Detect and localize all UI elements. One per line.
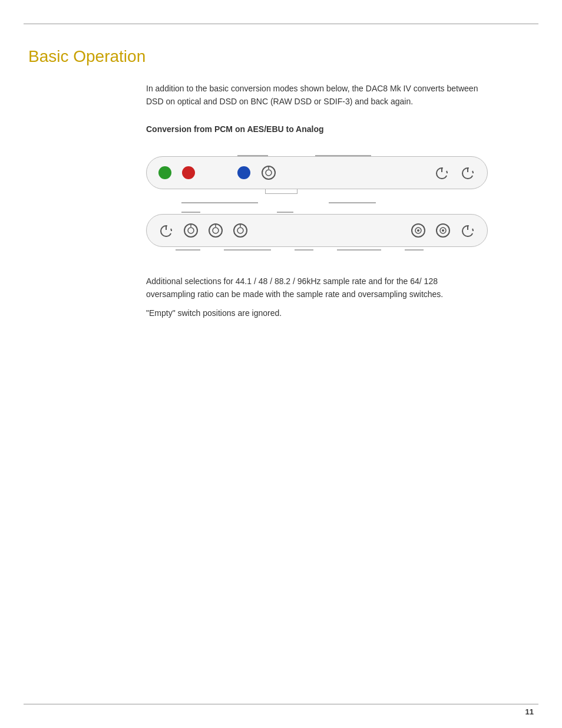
svg-point-16 bbox=[237, 228, 243, 233]
svg-point-10 bbox=[188, 228, 194, 233]
green-led bbox=[158, 166, 171, 179]
power-knob-2 bbox=[460, 165, 475, 180]
bc-5 bbox=[405, 249, 424, 251]
svg-point-20 bbox=[417, 229, 419, 232]
bc-4 bbox=[337, 249, 381, 251]
svg-point-23 bbox=[442, 229, 444, 232]
device-row-top bbox=[146, 156, 488, 189]
bc-1 bbox=[176, 249, 200, 251]
device-row-bottom bbox=[146, 214, 488, 247]
bracket-connector bbox=[265, 189, 297, 194]
section-heading: Conversion from PCM on AES/EBU to Analog bbox=[146, 124, 534, 134]
power-knob-end bbox=[460, 223, 475, 238]
additional-text-1: Additional selections for 44.1 / 48 / 88… bbox=[146, 275, 488, 319]
bc-3 bbox=[295, 249, 313, 251]
bottom-rule bbox=[24, 704, 538, 704]
intro-text: In addition to the basic conversion mode… bbox=[146, 83, 488, 108]
circle-knob-1 bbox=[411, 223, 426, 238]
page-title: Basic Operation bbox=[28, 47, 534, 66]
blue-led bbox=[237, 166, 250, 179]
power-knob-1 bbox=[434, 165, 449, 180]
red-led bbox=[182, 166, 195, 179]
top-rule bbox=[24, 24, 538, 24]
antenna-knob-1 bbox=[183, 223, 199, 238]
svg-point-13 bbox=[213, 228, 219, 233]
diagram-area bbox=[146, 146, 488, 258]
mid-connector-right bbox=[329, 202, 376, 203]
antenna-knob-2 bbox=[208, 223, 223, 238]
vline-1 bbox=[181, 212, 200, 213]
svg-point-1 bbox=[266, 170, 272, 176]
bc-2 bbox=[224, 249, 271, 251]
vline-2 bbox=[277, 212, 293, 213]
circle-knob-2 bbox=[435, 223, 451, 238]
page-number: 11 bbox=[525, 707, 534, 716]
mid-connector-left bbox=[181, 202, 258, 203]
knob-antenna-1 bbox=[261, 165, 276, 180]
antenna-knob-3 bbox=[233, 223, 248, 238]
power-knob-open bbox=[158, 223, 174, 238]
